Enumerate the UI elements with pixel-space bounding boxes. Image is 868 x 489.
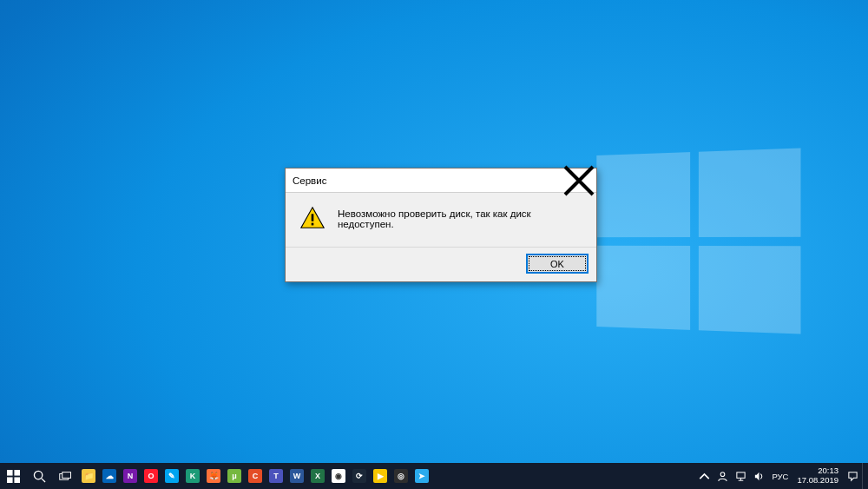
taskbar-left: 📁☁NO✎K🦊μCTWX◉⟳▶◎➤ — [0, 463, 432, 489]
taskbar-app-onenote[interactable]: N — [120, 463, 141, 489]
search-button[interactable] — [26, 463, 52, 489]
taskbar-app-obs[interactable]: ◎ — [391, 463, 411, 489]
firefox-icon: 🦊 — [207, 469, 220, 483]
tray-chevron-up[interactable] — [695, 463, 713, 489]
taskbar-app-potplayer[interactable]: ▶ — [370, 463, 391, 489]
taskbar-app-firefox[interactable]: 🦊 — [203, 463, 224, 489]
volume-icon — [753, 471, 765, 482]
file-explorer-icon: 📁 — [82, 469, 95, 483]
dialog-titlebar[interactable]: Сервис — [286, 169, 596, 193]
error-dialog: Сервис Невозможно проверить диск, так ка… — [285, 168, 597, 282]
word-icon: W — [290, 469, 304, 483]
taskbar: 📁☁NO✎K🦊μCTWX◉⟳▶◎➤ РУС 20:13 17.08.2019 — [0, 463, 868, 489]
taskbar-app-ccleaner[interactable]: C — [245, 463, 266, 489]
warning-icon — [299, 205, 326, 231]
tray-date: 17.08.2019 — [797, 476, 838, 486]
people-icon — [717, 471, 728, 482]
opera-icon: O — [144, 469, 158, 483]
taskbar-app-telegram[interactable]: ➤ — [411, 463, 432, 489]
tray-volume[interactable] — [750, 463, 768, 489]
ok-button[interactable]: OK — [527, 254, 588, 273]
task-view-button[interactable] — [52, 463, 78, 489]
taskbar-app-teams[interactable]: T — [266, 463, 286, 489]
taskbar-app-chrome[interactable]: ◉ — [328, 463, 349, 489]
svg-rect-3 — [14, 470, 20, 476]
svg-rect-2 — [7, 470, 13, 476]
taskbar-app-utorrent[interactable]: μ — [224, 463, 245, 489]
excel-icon: X — [311, 469, 325, 483]
taskbar-app-kaspersky[interactable]: K — [182, 463, 203, 489]
close-button[interactable] — [562, 169, 596, 193]
svg-line-7 — [41, 478, 44, 481]
tray-network[interactable] — [732, 463, 750, 489]
svg-rect-1 — [312, 223, 314, 226]
dialog-title: Сервис — [286, 175, 326, 186]
network-icon — [735, 471, 746, 482]
onedrive-icon: ☁ — [102, 469, 116, 483]
tray-language[interactable]: РУС — [768, 463, 792, 489]
tray-clock[interactable]: 20:13 17.08.2019 — [792, 466, 844, 486]
svg-rect-5 — [14, 477, 20, 483]
svg-rect-9 — [62, 472, 70, 478]
taskbar-app-paint3d[interactable]: ✎ — [161, 463, 182, 489]
paint3d-icon: ✎ — [165, 469, 179, 483]
svg-rect-11 — [737, 472, 745, 478]
taskbar-app-steam[interactable]: ⟳ — [349, 463, 370, 489]
chevron-up-icon — [699, 471, 710, 482]
ccleaner-icon: C — [248, 469, 262, 483]
taskbar-app-onedrive[interactable]: ☁ — [99, 463, 120, 489]
windows-logo — [596, 149, 800, 334]
taskbar-app-file-explorer[interactable]: 📁 — [78, 463, 99, 489]
tray-people[interactable] — [713, 463, 732, 489]
svg-point-10 — [721, 472, 726, 476]
show-desktop-button[interactable] — [862, 463, 866, 489]
teams-icon: T — [269, 469, 283, 483]
desktop: Сервис Невозможно проверить диск, так ка… — [0, 0, 868, 489]
action-center-icon — [847, 471, 858, 482]
tray-action-center[interactable] — [844, 463, 862, 489]
taskbar-app-word[interactable]: W — [286, 463, 307, 489]
dialog-message: Невозможно проверить диск, так как диск … — [338, 205, 586, 229]
dialog-body: Невозможно проверить диск, так как диск … — [286, 193, 596, 247]
svg-rect-4 — [7, 477, 13, 483]
onenote-icon: N — [123, 469, 137, 483]
chrome-icon: ◉ — [332, 469, 345, 483]
start-button[interactable] — [0, 463, 26, 489]
svg-rect-0 — [312, 214, 314, 221]
windows-start-icon — [7, 470, 20, 483]
taskbar-right: РУС 20:13 17.08.2019 — [695, 463, 868, 489]
close-icon — [562, 163, 596, 198]
search-icon — [33, 470, 46, 483]
steam-icon: ⟳ — [352, 469, 366, 483]
utorrent-icon: μ — [227, 469, 241, 483]
potplayer-icon: ▶ — [373, 469, 387, 483]
task-view-icon — [59, 470, 72, 483]
taskbar-app-excel[interactable]: X — [307, 463, 328, 489]
telegram-icon: ➤ — [415, 469, 429, 483]
obs-icon: ◎ — [394, 469, 408, 483]
dialog-button-row: OK — [286, 247, 596, 281]
taskbar-app-opera[interactable]: O — [141, 463, 161, 489]
kaspersky-icon: K — [186, 469, 200, 483]
svg-point-6 — [34, 471, 42, 479]
